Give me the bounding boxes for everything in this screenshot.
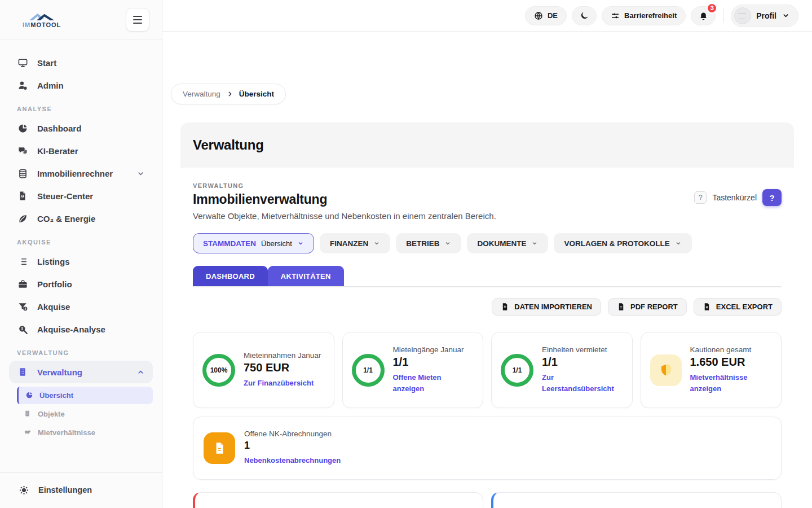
import-data-button[interactable]: DATEN IMPORTIEREN	[492, 298, 601, 316]
sidebar-item-immobilienrechner[interactable]: Immobilienrechner	[9, 162, 153, 185]
building-icon	[24, 410, 32, 418]
sidebar-item-portfolio[interactable]: Portfolio	[9, 273, 153, 295]
accessibility-button[interactable]: Barrierefreiheit	[602, 6, 686, 25]
sidebar-item-akquise[interactable]: Akquise	[9, 295, 153, 318]
breadcrumb-parent[interactable]: Verwaltung	[183, 90, 220, 98]
filter-tab-vorlagen-protokolle[interactable]: VORLAGEN & PROTOKOLLE	[554, 233, 691, 253]
logo-roof-icon	[27, 12, 56, 21]
sidebar-item-verwaltung[interactable]: Verwaltung	[9, 361, 153, 383]
section-label-analyse: ANALYSE	[17, 106, 145, 112]
avatar	[734, 7, 751, 24]
coins-icon	[17, 168, 28, 179]
sidebar-item-einstellungen[interactable]: Einstellungen	[9, 480, 153, 500]
chevron-up-icon	[136, 368, 145, 376]
stat-card-einheiten: 1/1 Einheiten vermietet 1/1 Zur Leerstan…	[491, 332, 633, 408]
chevron-right-icon	[226, 90, 233, 98]
breadcrumb: Verwaltung Übersicht	[171, 84, 286, 104]
sidebar-item-dashboard[interactable]: Dashboard	[9, 117, 153, 139]
stat-label: Kautionen gesamt	[690, 345, 773, 354]
file-excel-icon	[703, 303, 711, 311]
stat-link[interactable]: Mietverhältnisse anzeigen	[690, 372, 773, 395]
tab-dashboard[interactable]: DASHBOARD	[193, 266, 268, 286]
breadcrumb-current: Übersicht	[239, 90, 274, 98]
filter-tab-row: STAMMDATEN Übersicht FINANZEN BETRIEB	[193, 233, 782, 253]
funnel-dollar-icon	[17, 301, 28, 312]
sidebar-footer: Einstellungen	[0, 472, 162, 508]
alert-card-row: € Überfällige Zahlungen 25 Offene Wartun…	[193, 492, 782, 508]
sidebar-item-co2-energie[interactable]: CO₂ & Energie	[9, 207, 153, 230]
sidebar: IMMOTOOL Start Admin ANALYSE Dashboard	[0, 0, 162, 508]
sidebar-item-listings[interactable]: Listings	[9, 250, 153, 273]
stat-label: Offene NK-Abrechnungen	[244, 430, 341, 438]
sidebar-header: IMMOTOOL	[0, 0, 162, 40]
search-dollar-icon	[17, 323, 28, 335]
pdf-report-button[interactable]: PDF REPORT	[608, 298, 687, 316]
shortcut-keycap: ?	[694, 191, 707, 204]
admin-user-icon	[17, 80, 28, 91]
help-group: ? Tastenkürzel ?	[694, 189, 782, 206]
stat-value: 1/1	[542, 356, 623, 369]
building-icon	[17, 366, 28, 378]
stat-link[interactable]: Nebenkostenabrechnungen	[244, 455, 341, 466]
progress-ring: 1/1	[501, 354, 533, 387]
chevron-down-icon	[675, 240, 682, 247]
app-logo[interactable]: IMMOTOOL	[23, 12, 61, 28]
filter-tab-stammdaten[interactable]: STAMMDATEN Übersicht	[193, 233, 314, 253]
chevron-down-icon	[782, 11, 790, 20]
sidebar-item-start[interactable]: Start	[9, 51, 153, 74]
chevron-down-icon	[136, 169, 145, 178]
section-label-verwaltung: VERWALTUNG	[17, 349, 145, 356]
alert-card-ueberfaellige-zahlungen[interactable]: € Überfällige Zahlungen 25	[193, 492, 483, 508]
shield-icon	[650, 354, 682, 386]
stat-label: Einheiten vermietet	[542, 345, 623, 354]
stat-link[interactable]: Zur Finanzübersicht	[244, 378, 321, 389]
stat-link[interactable]: Zur Leerstandsübersicht	[542, 372, 623, 395]
sidebar-item-akquise-analyse[interactable]: Akquise-Analyse	[9, 318, 153, 340]
profile-button[interactable]: Profil	[731, 5, 798, 27]
pie-chart-icon	[17, 122, 28, 134]
excel-export-button[interactable]: EXCEL EXPORT	[694, 298, 782, 316]
stat-value: 1	[244, 440, 341, 452]
card-header: Verwaltung	[180, 122, 794, 168]
main-area: DE Barrierefreiheit 3 Profil	[162, 0, 812, 508]
sidebar-toggle-button[interactable]	[126, 8, 149, 32]
section-title: Immobilienverwaltung	[193, 192, 496, 207]
file-pdf-icon	[617, 303, 625, 311]
help-button[interactable]: ?	[762, 189, 782, 206]
sidebar-item-ki-berater[interactable]: KI-Berater	[9, 139, 153, 162]
sidebar-item-steuer-center[interactable]: Steuer-Center	[9, 185, 153, 207]
sidebar-item-admin[interactable]: Admin	[9, 74, 153, 97]
briefcase-icon	[17, 278, 28, 290]
filter-tab-dokumente[interactable]: DOKUMENTE	[467, 233, 548, 253]
filter-tab-betrieb[interactable]: BETRIEB	[396, 233, 461, 253]
stat-link[interactable]: Offene Mieten anzeigen	[393, 372, 474, 395]
chevron-down-icon	[297, 240, 304, 247]
notification-badge: 3	[707, 3, 717, 14]
alert-card-wartungsauftraege[interactable]: Offene Wartungsaufträge 2	[491, 492, 782, 508]
sidebar-subitem-uebersicht[interactable]: Übersicht	[17, 387, 153, 404]
gear-icon	[18, 484, 29, 496]
topbar-divider	[723, 8, 723, 23]
sidebar-subitem-mietverhaeltnisse[interactable]: Mietverhältnisse	[17, 424, 153, 441]
notifications-button[interactable]: 3	[691, 6, 716, 25]
logo-text: IMMOTOOL	[23, 22, 61, 28]
dark-mode-button[interactable]	[572, 6, 597, 25]
progress-ring: 1/1	[352, 354, 385, 387]
handshake-icon	[24, 428, 32, 437]
chat-bubbles-icon	[17, 145, 28, 156]
stat-card-kautionen: Kautionen gesamt 1.650 EUR Mietverhältni…	[641, 332, 782, 408]
language-button[interactable]: DE	[525, 6, 567, 25]
page-content: Verwaltung Übersicht Verwaltung VERWALTU…	[162, 32, 812, 508]
stat-label: Mieteinnahmen Januar	[244, 351, 321, 360]
shortcut-label: Tastenkürzel	[712, 193, 757, 202]
filter-tab-finanzen[interactable]: FINANZEN	[320, 233, 390, 253]
globe-icon	[534, 11, 543, 20]
stat-value: 750 EUR	[244, 361, 321, 374]
stat-value: 1/1	[393, 356, 474, 369]
intro-row: VERWALTUNG Immobilienverwaltung Verwalte…	[193, 182, 782, 221]
list-icon	[17, 256, 28, 267]
document-icon	[204, 432, 235, 464]
tab-aktivitaeten[interactable]: AKTIVITÄTEN	[268, 266, 344, 286]
sliders-icon	[611, 11, 620, 20]
sidebar-subitem-objekte[interactable]: Objekte	[17, 405, 153, 423]
